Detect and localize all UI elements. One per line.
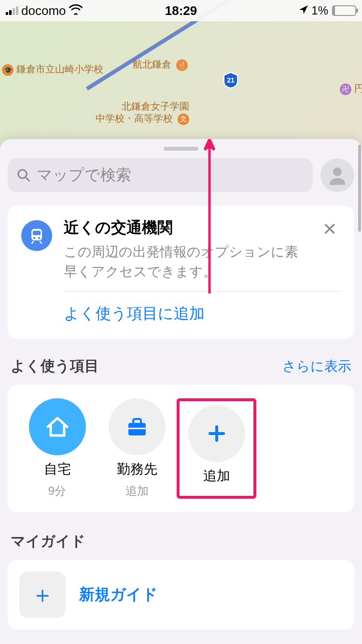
- map-label-text: 航北鎌倉: [133, 59, 171, 70]
- home-icon: [29, 398, 86, 455]
- favorite-label: 勤務先: [117, 460, 157, 478]
- cellular-signal-icon: [6, 6, 18, 15]
- svg-text:21: 21: [227, 76, 235, 84]
- favorite-sub: 9分: [48, 483, 66, 499]
- school-icon: 文: [178, 113, 189, 125]
- search-input[interactable]: マップで検索: [8, 158, 313, 192]
- map-poi-school-2[interactable]: 北鎌倉女子学園 中学校・高等学校 文: [96, 100, 189, 125]
- new-guide-label: 新規ガイド: [79, 584, 158, 605]
- map-poi-food[interactable]: 航北鎌倉 🍴: [133, 58, 188, 71]
- map-poi-school-1[interactable]: 🎓 鎌倉市立山崎小学校: [0, 63, 103, 76]
- divider: [64, 291, 341, 292]
- favorite-work[interactable]: 勤務先 追加: [97, 398, 177, 499]
- new-guide-row[interactable]: ＋ 新規ガイド: [8, 560, 354, 630]
- favorites-row: 自宅 9分 勤務先 追加 追加: [8, 385, 354, 512]
- add-to-favorites-link[interactable]: よく使う項目に追加: [21, 300, 341, 327]
- favorite-sub: 追加: [125, 483, 149, 499]
- school-icon: 🎓: [2, 64, 14, 76]
- carrier-label: docomo: [21, 3, 66, 18]
- svg-line-2: [26, 177, 29, 181]
- plus-icon: ＋: [19, 572, 66, 618]
- favorite-label: 追加: [203, 467, 230, 485]
- battery-pct: 1%: [311, 4, 328, 17]
- favorites-see-more[interactable]: さらに表示: [282, 357, 351, 376]
- map-label-text: 円覚: [354, 83, 362, 94]
- map-label-text: 北鎌倉女子学園 中学校・高等学校: [96, 101, 189, 124]
- plus-icon: [188, 405, 245, 462]
- transit-title: 近くの交通機関: [64, 217, 307, 238]
- map-label-text: 鎌倉市立山崎小学校: [16, 64, 103, 74]
- nearby-transit-card: 近くの交通機関 この周辺の出発情報のオプションに素早くアクセスできます。 ✕ よ…: [8, 206, 354, 339]
- favorites-title: よく使う項目: [11, 356, 99, 376]
- guides-title: マイガイド: [11, 532, 85, 551]
- svg-rect-5: [33, 231, 41, 235]
- close-button[interactable]: ✕: [319, 217, 341, 241]
- route-shield-21: 21: [222, 71, 239, 89]
- favorite-label: 自宅: [44, 460, 71, 478]
- search-icon: [16, 168, 31, 182]
- profile-avatar[interactable]: [320, 158, 354, 192]
- temple-icon: 卍: [340, 84, 351, 95]
- wifi-icon: [69, 3, 83, 18]
- battery-icon: [332, 5, 356, 16]
- clock: 18:29: [165, 3, 197, 18]
- svg-point-7: [38, 237, 40, 239]
- person-icon: [326, 164, 349, 187]
- scrollbar[interactable]: [358, 145, 361, 232]
- transit-icon: [21, 220, 52, 251]
- favorite-add[interactable]: 追加: [177, 398, 256, 499]
- map-poi-temple[interactable]: 卍 円覚: [338, 82, 362, 95]
- svg-point-6: [33, 237, 35, 239]
- briefcase-icon: [109, 398, 166, 455]
- search-placeholder: マップで検索: [37, 165, 131, 186]
- search-sheet: マップで検索 近くの交通機関 この周辺の出発情報のオプションに素早くアクセスでき…: [0, 139, 362, 644]
- favorite-home[interactable]: 自宅 9分: [17, 398, 97, 499]
- transit-subtitle: この周辺の出発情報のオプションに素早くアクセスできます。: [64, 242, 307, 281]
- svg-rect-10: [128, 428, 146, 429]
- svg-point-3: [333, 168, 342, 176]
- sheet-grabber[interactable]: [164, 147, 198, 151]
- food-icon: 🍴: [176, 59, 188, 71]
- status-bar: docomo 18:29 1%: [0, 0, 362, 21]
- svg-rect-9: [133, 419, 141, 424]
- location-icon: [299, 4, 308, 17]
